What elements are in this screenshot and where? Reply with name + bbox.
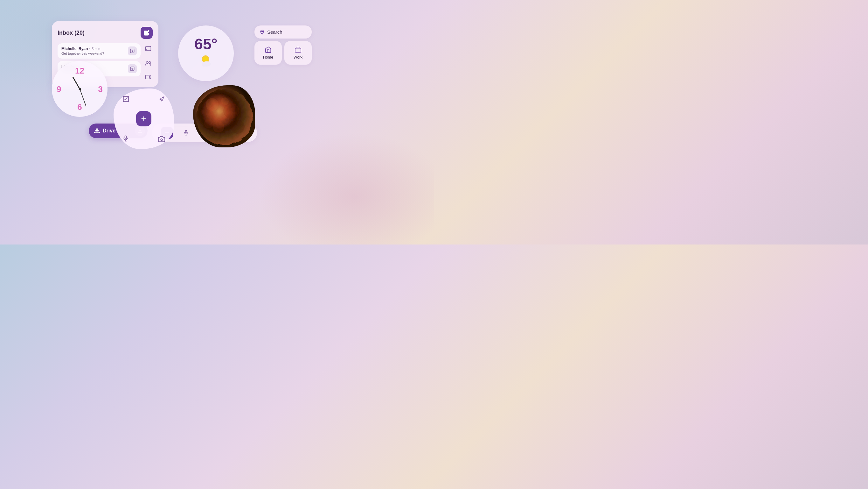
pencil-icon: [144, 30, 150, 36]
svg-rect-22: [125, 136, 127, 139]
svg-point-27: [230, 120, 245, 134]
checkbox-blob-icon: [122, 95, 129, 103]
briefcase-icon: [294, 46, 302, 53]
inbox-action-icons: [144, 43, 153, 82]
svg-point-25: [223, 103, 239, 119]
svg-point-3: [146, 61, 148, 63]
chat-icon: [145, 46, 151, 52]
clock-number-6: 6: [77, 102, 82, 112]
microphone-icon: [183, 130, 189, 136]
search-bar-text: Search: [267, 29, 282, 35]
blob-menu-widget: [114, 88, 174, 149]
drive-label: Drive: [94, 128, 116, 134]
clock-number-3: 3: [98, 84, 103, 94]
work-label: Work: [293, 55, 303, 60]
blob-checkbox-button[interactable]: [122, 95, 129, 103]
svg-point-7: [203, 56, 208, 62]
search-bar[interactable]: Search: [254, 26, 312, 38]
blob-mic-button[interactable]: [122, 135, 129, 142]
weather-icon: [198, 53, 214, 70]
video-icon: [145, 74, 151, 80]
drive-icon: [94, 128, 100, 134]
svg-point-4: [149, 61, 151, 63]
clock-number-12: 12: [75, 66, 84, 76]
art-blob-decoration: [193, 85, 255, 147]
group-icon: [145, 60, 152, 66]
inbox-title: Inbox (20): [58, 30, 85, 36]
message-info: Michelle, Ryan • 5 min Get together this…: [61, 47, 128, 55]
abstract-art-svg: [193, 85, 255, 147]
blob-brush-button[interactable]: [159, 95, 165, 102]
home-nav-button[interactable]: Home: [254, 41, 282, 65]
clock-face: 12 3 6 9: [55, 64, 104, 114]
mic-blob-icon: [122, 135, 129, 142]
weather-widget: 65°: [178, 26, 234, 81]
hour-hand: [72, 77, 80, 89]
svg-point-28: [204, 119, 214, 128]
download-icon: [130, 66, 134, 71]
svg-point-11: [261, 31, 262, 32]
message-time: •: [89, 47, 90, 51]
brush-blob-icon: [159, 95, 165, 102]
svg-point-26: [213, 121, 224, 133]
weather-temperature: 65°: [194, 37, 218, 52]
location-pin-icon: [259, 30, 265, 35]
inbox-header: Inbox (20): [58, 27, 153, 39]
home-icon: [265, 46, 272, 53]
group-icon-button[interactable]: [144, 59, 153, 67]
message-icon-button[interactable]: [144, 45, 153, 54]
clock-center-dot: [79, 88, 81, 90]
clock-number-9: 9: [57, 84, 61, 94]
video-icon-button[interactable]: [144, 73, 153, 82]
download-icon: [130, 49, 134, 53]
message-preview: Get together this weekend?: [61, 52, 128, 55]
nav-destination-buttons: Home Work: [254, 41, 312, 65]
plus-icon: [140, 115, 147, 122]
svg-point-23: [161, 139, 162, 141]
svg-point-24: [206, 98, 218, 111]
blob-camera-button[interactable]: [158, 136, 165, 142]
message-time-value: 5 min: [92, 47, 100, 51]
art-decoration-widget: [193, 85, 255, 147]
navigation-widget: Search Home Work: [254, 26, 312, 65]
svg-rect-12: [295, 48, 301, 52]
work-nav-button[interactable]: Work: [284, 41, 312, 65]
svg-rect-15: [185, 131, 187, 133]
partly-cloudy-icon: [198, 53, 214, 69]
message-item[interactable]: Michelle, Ryan • 5 min Get together this…: [58, 43, 141, 59]
svg-rect-5: [146, 75, 150, 79]
inbox-edit-button[interactable]: [141, 27, 153, 39]
clock-widget: 12 3 6 9: [52, 61, 107, 117]
mic-action-button[interactable]: [180, 127, 192, 139]
svg-point-9: [202, 62, 206, 66]
home-label: Home: [263, 55, 273, 60]
svg-point-29: [221, 97, 229, 105]
message-download-button[interactable]: [128, 64, 137, 73]
camera-blob-icon: [158, 136, 165, 142]
message-sender: Michelle, Ryan • 5 min: [61, 47, 128, 51]
svg-point-10: [206, 62, 210, 66]
message-download-button[interactable]: [128, 47, 137, 55]
blob-add-button[interactable]: [136, 111, 151, 126]
